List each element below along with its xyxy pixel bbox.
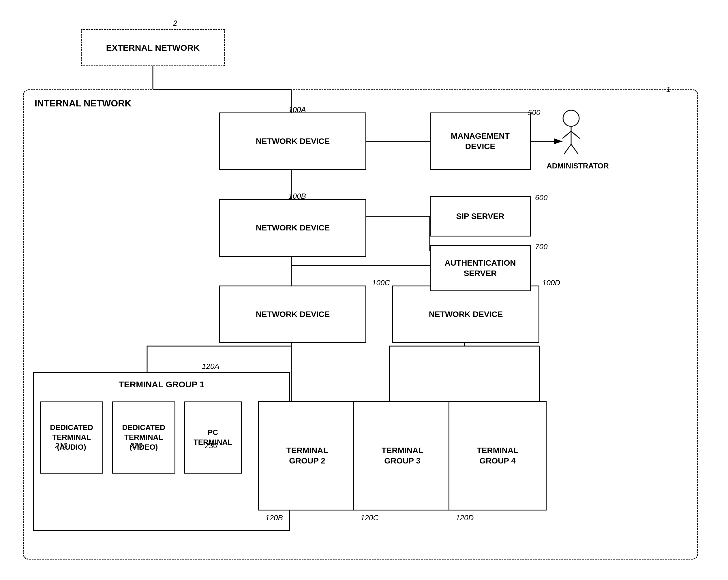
network-device-100b: NETWORK DEVICE (219, 199, 366, 257)
dedicated-terminal-audio-box: DEDICATED TERMINAL (AUDIO) (40, 401, 103, 474)
diagram-container: EXTERNAL NETWORK 2 INTERNAL NETWORK 1 NE… (0, 0, 728, 580)
ref-2: 2 (173, 19, 177, 28)
external-network-box: EXTERNAL NETWORK (81, 29, 225, 66)
ref-120d: 120D (456, 513, 474, 522)
ref-120a: 120A (202, 362, 219, 371)
terminal-group-2-box: TERMINAL GROUP 2 (258, 401, 356, 510)
sip-server-box: SIP SERVER (430, 196, 531, 237)
pc-terminal-box: PC TERMINAL (184, 401, 242, 474)
ref-600: 600 (535, 193, 547, 202)
network-device-100d: NETWORK DEVICE (392, 286, 539, 343)
ref-100a: 100A (288, 105, 306, 114)
terminal-group-1-label: TERMINAL GROUP 1 (119, 379, 204, 390)
ref-100b: 100B (288, 192, 306, 201)
administrator-label: ADMINISTRATOR (547, 161, 609, 170)
ref-100c: 100C (372, 278, 390, 287)
management-device-box: MANAGEMENT DEVICE (430, 112, 531, 170)
ref-1: 1 (666, 85, 670, 94)
ref-230: 230 (205, 441, 217, 450)
network-device-100a: NETWORK DEVICE (219, 112, 366, 170)
terminal-group-1-box: TERMINAL GROUP 1 DEDICATED TERMINAL (AUD… (33, 372, 290, 531)
administrator-icon (560, 110, 582, 156)
internal-network-label: INTERNAL NETWORK (35, 98, 131, 109)
terminal-group-4-box: TERMINAL GROUP 4 (448, 401, 547, 510)
svg-line-25 (571, 131, 580, 138)
dedicated-terminal-video-box: DEDICATED TERMINAL (VIDEO) (112, 401, 175, 474)
network-device-100c: NETWORK DEVICE (219, 286, 366, 343)
ref-700: 700 (535, 242, 547, 251)
auth-server-box: AUTHENTICATION SERVER (430, 245, 531, 291)
external-network-label: EXTERNAL NETWORK (106, 42, 200, 53)
svg-point-22 (563, 110, 579, 126)
terminal-group-3-box: TERMINAL GROUP 3 (353, 401, 451, 510)
ref-210: 210 (55, 441, 67, 450)
ref-120b: 120B (265, 513, 283, 522)
ref-120c: 120C (361, 513, 379, 522)
ref-500: 500 (528, 108, 540, 117)
ref-100d: 100D (542, 278, 560, 287)
svg-line-24 (563, 131, 571, 138)
svg-line-27 (571, 144, 578, 154)
ref-220: 220 (130, 441, 142, 450)
svg-line-26 (564, 144, 571, 154)
